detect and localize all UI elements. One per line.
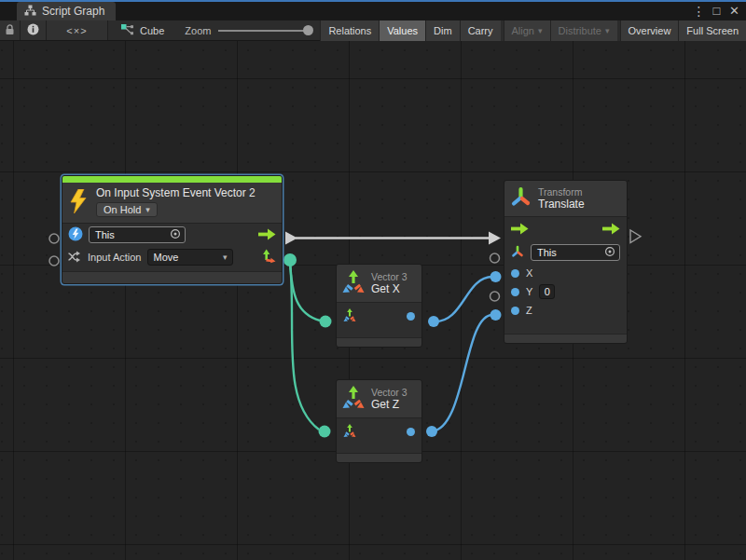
getx-header: Vector 3 Get X <box>337 265 421 303</box>
port-event-target-unconnected[interactable] <box>49 234 59 243</box>
port-translate-target-unconnected[interactable] <box>490 253 500 263</box>
getz-name: Get Z <box>371 398 408 411</box>
transform-gizmo-icon <box>510 186 532 211</box>
window-controls: ⋮ □ ✕ <box>691 2 742 20</box>
flow-output-arrow-icon[interactable] <box>258 228 276 242</box>
getx-category: Vector 3 <box>371 271 408 282</box>
zoom-slider[interactable] <box>218 20 315 41</box>
vector3-port-icon[interactable] <box>343 308 356 324</box>
translate-x-input-dot[interactable] <box>511 269 519 278</box>
tab-script-graph[interactable]: Script Graph <box>17 2 116 20</box>
zoom-slider-handle[interactable] <box>303 25 313 35</box>
zoom-control: Zoom 1x <box>177 20 341 40</box>
tab-label: Script Graph <box>42 5 104 18</box>
translate-target-field[interactable]: This <box>531 244 620 261</box>
getx-output-dot[interactable] <box>407 312 415 321</box>
translate-z-label: Z <box>526 305 532 316</box>
relations-button[interactable]: Relations <box>320 20 379 41</box>
graph-toolbar: <×> Cube Zoom 1x Relations Values Dim Ca… <box>0 20 746 41</box>
inspect-button[interactable] <box>21 20 47 40</box>
unity-script-graph-window: Script Graph ⋮ □ ✕ <×> Cube Zoom <box>0 0 746 560</box>
event-node-title: On Input System Event Vector 2 <box>96 186 256 199</box>
window-menu-button[interactable]: ⋮ <box>691 2 707 20</box>
node-get-x[interactable]: Vector 3 Get X <box>336 264 422 348</box>
port-translate-z-input[interactable] <box>490 309 502 321</box>
port-getx-input[interactable] <box>320 316 332 328</box>
translate-z-input-dot[interactable] <box>511 307 519 315</box>
close-button[interactable]: ✕ <box>726 2 742 20</box>
flow-input-arrow-icon[interactable] <box>511 223 529 237</box>
event-action-row: Input Action Move ▾ <box>62 246 282 268</box>
lightning-bolt-icon <box>70 189 88 215</box>
chevron-down-icon: ▾ <box>223 253 228 262</box>
object-picker-icon[interactable] <box>170 228 181 241</box>
port-event-vector2-output[interactable] <box>283 253 297 266</box>
event-action-label: Input Action <box>88 252 142 263</box>
graph-breadcrumb[interactable]: Cube <box>108 20 177 40</box>
port-getx-output[interactable] <box>428 316 439 327</box>
breadcrumb-label: Cube <box>140 25 164 36</box>
chevron-down-icon: ▾ <box>145 205 150 214</box>
node-on-input-system-event[interactable]: On Input System Event Vector 2 On Hold ▾… <box>62 175 283 284</box>
wire-vector2-to-getz[interactable] <box>290 262 319 430</box>
getz-category: Vector 3 <box>371 387 408 398</box>
toolbar-right-buttons: Relations Values Dim Carry Align▾ Distri… <box>320 20 746 41</box>
vector3-icon <box>342 270 365 296</box>
chevron-down-icon: ▾ <box>605 27 610 35</box>
getz-output-dot[interactable] <box>407 428 415 436</box>
wire-vector2-to-getx[interactable] <box>290 262 320 321</box>
vector2-port-icon[interactable] <box>262 249 276 266</box>
getz-footer <box>337 453 421 462</box>
translate-flow-row <box>504 217 627 241</box>
translate-footer <box>504 334 627 343</box>
transform-gizmo-small-icon <box>511 245 524 260</box>
overview-button[interactable]: Overview <box>620 20 679 41</box>
node-get-z[interactable]: Vector 3 Get Z <box>336 379 422 463</box>
flow-output-arrow-icon[interactable] <box>602 223 620 237</box>
event-target-field[interactable]: This <box>89 226 186 243</box>
values-button[interactable]: Values <box>379 20 425 41</box>
event-node-header: On Input System Event Vector 2 On Hold ▾ <box>62 183 282 224</box>
wire-getz-to-translate-z[interactable] <box>432 315 492 431</box>
translate-y-row: Y 0 <box>504 282 627 301</box>
translate-x-label: X <box>526 267 532 279</box>
align-button[interactable]: Align▾ <box>504 20 550 41</box>
object-picker-icon[interactable] <box>604 246 615 259</box>
translate-name: Translate <box>538 198 585 211</box>
graph-canvas[interactable]: On Input System Event Vector 2 On Hold ▾… <box>0 41 746 560</box>
maximize-button[interactable]: □ <box>709 2 725 20</box>
translate-x-row: X <box>504 264 627 282</box>
event-target-row: This <box>62 224 282 246</box>
port-event-action-unconnected[interactable] <box>49 256 59 266</box>
port-translate-y-unconnected[interactable] <box>490 292 500 301</box>
input-action-dropdown[interactable]: Move ▾ <box>147 249 233 266</box>
event-node-green-strip <box>62 176 282 183</box>
lock-button[interactable] <box>0 20 21 40</box>
fullscreen-button[interactable]: Full Screen <box>678 20 746 41</box>
port-translate-x-input[interactable] <box>490 271 502 282</box>
lock-icon <box>5 24 15 37</box>
port-getz-output[interactable] <box>426 426 437 437</box>
translate-y-value-field[interactable]: 0 <box>539 284 555 299</box>
event-mode-dropdown[interactable]: On Hold ▾ <box>96 202 158 217</box>
port-translate-flow-output-unconnected[interactable] <box>630 230 641 243</box>
vector3-port-icon[interactable] <box>343 424 356 440</box>
input-action-icon <box>68 251 82 265</box>
hierarchy-icon <box>24 5 36 19</box>
getx-name: Get X <box>371 282 408 295</box>
wire-getx-to-translate-x[interactable] <box>434 277 492 321</box>
distribute-button[interactable]: Distribute▾ <box>550 20 617 41</box>
translate-header: Transform Translate <box>504 181 627 217</box>
zoom-label: Zoom <box>185 25 211 36</box>
dim-button[interactable]: Dim <box>425 20 460 41</box>
vector3-icon <box>342 386 365 412</box>
translate-y-input-dot[interactable] <box>511 288 519 296</box>
translate-y-label: Y <box>526 286 532 297</box>
node-transform-translate[interactable]: Transform Translate This <box>504 180 628 344</box>
port-getz-input[interactable] <box>319 426 331 438</box>
zoom-slider-track <box>218 30 306 32</box>
carry-button[interactable]: Carry <box>460 20 501 41</box>
getx-footer <box>337 337 421 347</box>
translate-target-row: This <box>504 241 627 264</box>
code-view-button[interactable]: <×> <box>47 20 108 40</box>
